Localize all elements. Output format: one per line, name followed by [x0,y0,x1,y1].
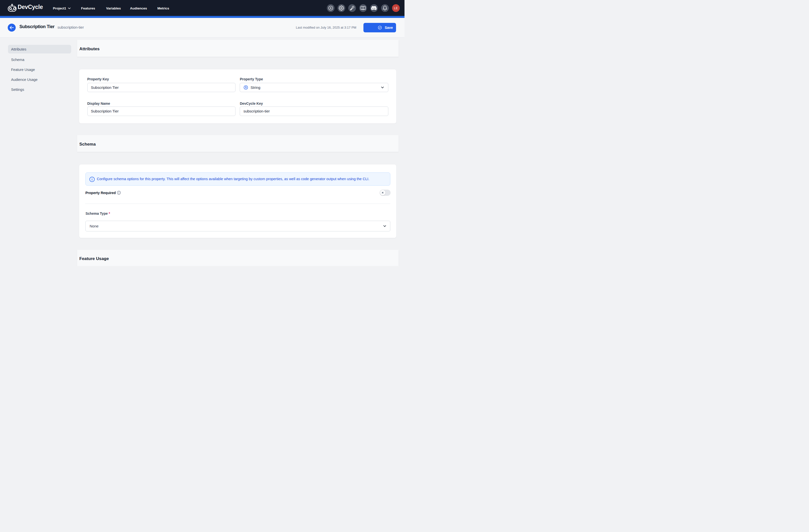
svg-text:S: S [245,86,247,89]
